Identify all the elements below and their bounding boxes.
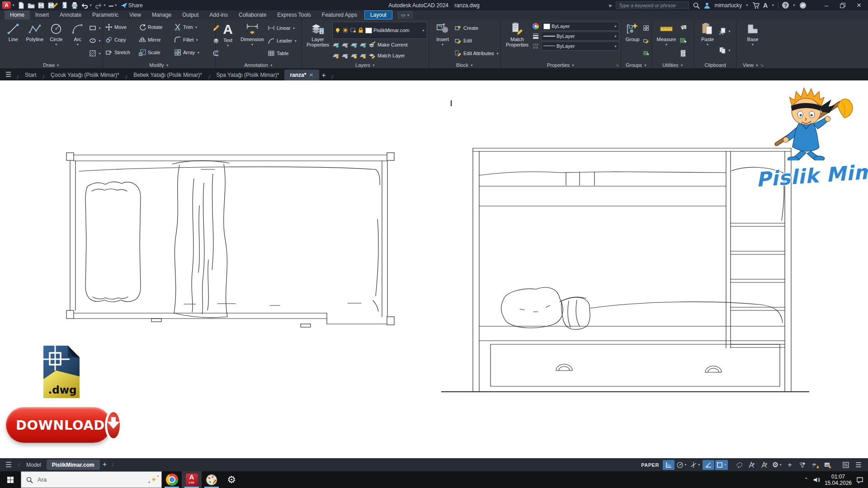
restore-button[interactable] (836, 0, 849, 10)
close-button[interactable]: × (853, 0, 865, 10)
drawing-canvas[interactable]: Pislik Mimar .dwg DOWNLOAD (0, 80, 868, 458)
plot-button[interactable] (61, 1, 68, 10)
circle-tool-button[interactable]: Circle▼ (46, 21, 66, 61)
username-label[interactable]: mimarlucky (714, 2, 742, 9)
ribbon-tab-home[interactable]: Home (5, 10, 30, 19)
save-as-button[interactable] (47, 1, 58, 10)
base-view-button[interactable]: Base▼ (741, 21, 764, 61)
redo-button[interactable]: ▼ (95, 1, 106, 10)
layout-tab-pislikmimar[interactable]: PislikMimar.com (47, 460, 100, 470)
create-block-button[interactable]: Create (454, 23, 499, 33)
hatch-tool-button[interactable]: ▼ (89, 49, 101, 58)
save-button[interactable] (38, 1, 45, 10)
new-layout-button[interactable]: + (100, 460, 111, 469)
leader-button[interactable]: Leader▼ (268, 36, 297, 45)
layer-on-all-icon[interactable] (332, 52, 340, 59)
ribbon-tab-featured-apps[interactable]: Featured Apps (316, 10, 363, 19)
chevron-down-icon[interactable]: ▼ (771, 4, 774, 7)
edit-attributes-button[interactable]: Edit Attributes▼ (454, 49, 499, 58)
match-properties-button[interactable]: Match Properties (504, 21, 531, 61)
autoscale-annotation-toggle[interactable] (759, 460, 770, 470)
stretch-button[interactable]: Stretch (105, 48, 139, 57)
ribbon-tab-insert[interactable]: Insert (30, 10, 54, 19)
layer-lock-icon[interactable] (359, 41, 367, 48)
annotation-visibility-toggle[interactable] (746, 460, 758, 470)
download-button[interactable]: DOWNLOAD (6, 407, 111, 443)
taskbar-search-box[interactable]: ✦•✦ (21, 471, 162, 488)
feedback-chat-icon[interactable] (799, 2, 807, 9)
search-icon[interactable] (693, 2, 700, 9)
object-snap-toggle[interactable]: ▼ (715, 460, 728, 470)
match-layer-button[interactable]: Match Layer (368, 51, 405, 60)
quick-select-button[interactable] (679, 23, 687, 33)
layer-unlock-all-icon[interactable] (359, 52, 367, 59)
edit-block-button[interactable]: Edit (454, 36, 499, 45)
ribbon-tab-view[interactable]: View (124, 10, 146, 19)
copilot-sparkle-icon[interactable]: ✦•✦ (151, 475, 157, 484)
panel-label-layers[interactable]: Layers▼ (302, 62, 429, 68)
ungroup-button[interactable] (643, 23, 649, 33)
panel-label-utilities[interactable]: Utilities▼ (652, 62, 694, 68)
quick-calc-button[interactable] (679, 49, 687, 58)
new-file-button[interactable] (18, 1, 25, 10)
layer-off-icon[interactable] (332, 41, 340, 48)
ribbon-tab-output[interactable]: Output (177, 10, 204, 19)
taskbar-autocad-button[interactable]: ACAD (182, 471, 202, 488)
panel-label-view[interactable]: View▼↘ (736, 62, 868, 68)
ribbon-tab-addins[interactable]: Add-ins (204, 10, 233, 19)
object-color-dropdown[interactable]: ByLayer▼ (541, 22, 619, 31)
table-button[interactable]: Table (268, 49, 297, 58)
group-select-toggle[interactable] (643, 49, 649, 58)
paste-button[interactable]: Paste▼ (698, 21, 717, 61)
open-file-button[interactable] (28, 1, 35, 10)
linear-dimension-button[interactable]: Linear▼ (268, 23, 297, 33)
start-button[interactable] (0, 471, 21, 488)
panel-launcher-icon[interactable]: ↘ (615, 63, 619, 67)
polyline-tool-button[interactable]: Polyline (25, 21, 45, 61)
dimension-tool-button[interactable]: Dimension▼ (238, 21, 266, 61)
ribbon-tab-annotate[interactable]: Annotate (54, 10, 87, 19)
group-edit-button[interactable] (643, 36, 649, 45)
help-search-input[interactable] (616, 1, 689, 9)
file-tab-bebek-yatagi[interactable]: Bebek Yatağı (Pislik Mimar)* (128, 70, 208, 80)
notification-center-icon[interactable] (856, 476, 863, 483)
taskbar-clock[interactable]: 01:07 15.04.2026 (825, 474, 852, 486)
layer-thaw-all-icon[interactable] (350, 52, 358, 59)
model-tab[interactable]: Model (21, 460, 47, 470)
ribbon-tab-express-tools[interactable]: Express Tools (272, 10, 316, 19)
trim-button[interactable]: Trim▼ (174, 23, 211, 32)
panel-label-groups[interactable]: Groups▼ (621, 62, 651, 68)
hidden-icons-chevron[interactable]: ⌃ (804, 477, 808, 483)
chevron-down-icon[interactable]: ▼ (793, 4, 796, 7)
autodesk-a-icon[interactable]: A (763, 2, 768, 9)
panel-label-clipboard[interactable]: Clipboard (694, 62, 736, 68)
ribbon-tab-manage[interactable]: Manage (146, 10, 177, 19)
selection-cycling-toggle[interactable] (733, 460, 745, 470)
layout-menu-icon[interactable]: ☰ (0, 460, 17, 469)
move-button[interactable]: Move (105, 23, 139, 32)
graphics-performance-button[interactable] (822, 460, 834, 470)
taskbar-search-input[interactable] (37, 476, 147, 483)
insert-block-button[interactable]: Insert▼ (432, 21, 453, 61)
annotation-scale-sync-toggle[interactable] (797, 460, 808, 470)
search-collapse-icon[interactable]: ▶ (609, 3, 612, 8)
paper-space-label[interactable]: PAPER (638, 462, 662, 468)
linetype-dropdown[interactable]: ByLayer▼ (541, 42, 619, 51)
close-tab-icon[interactable]: ✕ (309, 72, 313, 78)
panel-label-modify[interactable]: Modify▼ (103, 62, 215, 68)
chevron-down-icon[interactable]: ▼ (745, 4, 749, 7)
panel-launcher-icon[interactable]: ↘ (760, 63, 764, 67)
app-menu-button[interactable]: A▼ (2, 1, 15, 10)
text-tool-button[interactable]: AText▼ (219, 21, 237, 61)
object-snap-tracking-toggle[interactable] (703, 460, 714, 470)
taskbar-chrome-button[interactable] (162, 471, 182, 488)
speaker-icon[interactable] (813, 476, 820, 483)
layer-properties-button[interactable]: Layer Properties (305, 21, 331, 61)
panel-label-draw[interactable]: Draw▼ (0, 62, 103, 68)
layer-unisolate-icon[interactable] (341, 52, 349, 59)
print-button[interactable] (71, 1, 78, 10)
clean-screen-button[interactable] (840, 460, 852, 470)
make-current-button[interactable]: Make Current (368, 40, 408, 49)
group-button[interactable]: Group (623, 21, 642, 61)
status-customize-menu[interactable]: ☰ (853, 460, 864, 470)
